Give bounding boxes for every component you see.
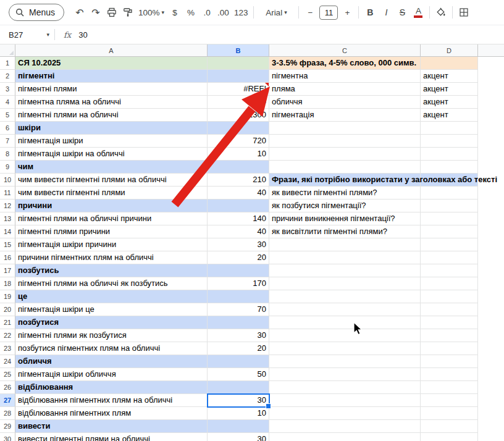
cell-B17[interactable]	[208, 264, 269, 277]
row-header-14[interactable]: 14	[0, 225, 15, 238]
cell-B21[interactable]	[208, 316, 269, 329]
cell-D26[interactable]	[421, 381, 478, 394]
cell-A22[interactable]: пігментні плями як позбутися	[15, 329, 208, 342]
cell-D2[interactable]: акцент	[421, 70, 478, 83]
row-header-26[interactable]: 26	[0, 381, 15, 394]
cell-C16[interactable]	[269, 251, 421, 264]
cell-D28[interactable]	[421, 407, 478, 420]
row-header-1[interactable]: 1	[0, 57, 15, 70]
cell-D16[interactable]	[421, 251, 478, 264]
cell-C18[interactable]	[269, 277, 421, 290]
cell-A27[interactable]: відбілювання пігментних плям на обличчі	[15, 394, 208, 407]
cell-D8[interactable]	[421, 148, 478, 161]
cell-B3[interactable]: #REF!	[208, 83, 269, 96]
cell-B27[interactable]: 30	[208, 394, 269, 407]
cell-D11[interactable]	[421, 187, 478, 200]
decrease-font-size-button[interactable]: −	[302, 4, 318, 21]
cell-A10[interactable]: чим вивести пігментні плями на обличчі	[15, 174, 208, 187]
cell-B1[interactable]	[208, 57, 269, 70]
strikethrough-button[interactable]: S	[394, 4, 410, 21]
cell-C22[interactable]	[269, 329, 421, 342]
borders-button[interactable]	[456, 4, 472, 21]
cell-D7[interactable]	[421, 135, 478, 148]
cell-C1[interactable]: 3-3.5% фраза, 4-5% слово, 000 симв.	[269, 57, 421, 70]
cell-C14[interactable]: як висвітлити пігментні плями?	[269, 225, 421, 238]
select-all-corner[interactable]	[0, 44, 15, 57]
cell-C15[interactable]	[269, 238, 421, 251]
cell-A21[interactable]: позбутися	[15, 316, 208, 329]
cell-B23[interactable]: 20	[208, 342, 269, 355]
cell-B12[interactable]	[208, 200, 269, 212]
cell-D30[interactable]	[421, 433, 478, 441]
increase-font-size-button[interactable]: +	[339, 4, 355, 21]
cell-C20[interactable]	[269, 303, 421, 316]
row-header-7[interactable]: 7	[0, 135, 15, 148]
cell-D1[interactable]	[421, 57, 478, 70]
percent-format-button[interactable]: %	[183, 4, 199, 21]
redo-button[interactable]: ↷	[88, 4, 104, 21]
cell-D22[interactable]	[421, 329, 478, 342]
cell-C3[interactable]: пляма	[269, 83, 421, 96]
cell-B10[interactable]: 210	[208, 174, 269, 187]
row-header-25[interactable]: 25	[0, 368, 15, 381]
row-header-27[interactable]: 27	[0, 394, 15, 407]
cell-D14[interactable]	[421, 225, 478, 238]
cell-A15[interactable]: пігментація шкіри причини	[15, 238, 208, 251]
cell-D25[interactable]	[421, 368, 478, 381]
cell-D29[interactable]	[421, 420, 478, 433]
cell-B9[interactable]	[208, 161, 269, 174]
cell-D18[interactable]	[421, 277, 478, 290]
cell-B2[interactable]	[208, 70, 269, 83]
cell-D3[interactable]: акцент	[421, 83, 478, 96]
cell-C6[interactable]	[269, 122, 421, 135]
name-box[interactable]: B27 ▾	[0, 30, 54, 40]
cell-B29[interactable]	[208, 420, 269, 433]
cell-C2[interactable]: пігментна	[269, 70, 421, 83]
cell-C11[interactable]: як вивести пігментні плями?	[269, 187, 421, 200]
cell-A12[interactable]: причини	[15, 200, 208, 212]
cell-B16[interactable]: 20	[208, 251, 269, 264]
cell-B5[interactable]: 1300	[208, 109, 269, 122]
cell-B8[interactable]: 10	[208, 148, 269, 161]
cell-A30[interactable]: вивести пігментні плями на обличчі	[15, 433, 208, 441]
fill-color-button[interactable]	[433, 4, 449, 21]
cell-A11[interactable]: чим вивести пігментні плями	[15, 187, 208, 200]
row-header-28[interactable]: 28	[0, 407, 15, 420]
cell-C30[interactable]	[269, 433, 421, 441]
cell-A25[interactable]: пігментація шкіри обличчя	[15, 368, 208, 381]
cell-A24[interactable]: обличчя	[15, 355, 208, 368]
column-header-A[interactable]: A	[15, 44, 208, 57]
cell-D9[interactable]	[421, 161, 478, 174]
cell-B26[interactable]	[208, 381, 269, 394]
cell-A4[interactable]: пігментна пляма на обличчі	[15, 96, 208, 109]
cell-C13[interactable]: причини виникнення пігментації?	[269, 212, 421, 225]
cell-C29[interactable]	[269, 420, 421, 433]
cell-A19[interactable]: це	[15, 290, 208, 303]
row-header-6[interactable]: 6	[0, 122, 15, 135]
cell-A9[interactable]: чим	[15, 161, 208, 174]
cell-C23[interactable]	[269, 342, 421, 355]
cell-A8[interactable]: пігментація шкіри на обличчі	[15, 148, 208, 161]
italic-button[interactable]: I	[378, 4, 394, 21]
cell-C26[interactable]	[269, 381, 421, 394]
cell-D12[interactable]	[421, 200, 478, 212]
cell-C12[interactable]: як позбутися пігментації?	[269, 200, 421, 212]
cell-D20[interactable]	[421, 303, 478, 316]
cell-D17[interactable]	[421, 264, 478, 277]
cell-A2[interactable]: пігментні	[15, 70, 208, 83]
cell-B18[interactable]: 170	[208, 277, 269, 290]
cell-C5[interactable]: пігментація	[269, 109, 421, 122]
currency-format-button[interactable]: $	[167, 4, 183, 21]
cell-A1[interactable]: СЯ 10.2025	[15, 57, 208, 70]
row-header-19[interactable]: 19	[0, 290, 15, 303]
cell-C9[interactable]	[269, 161, 421, 174]
column-header-D[interactable]: D	[421, 44, 478, 57]
cell-B25[interactable]: 50	[208, 368, 269, 381]
menus-button[interactable]: Menus	[9, 4, 64, 21]
row-header-24[interactable]: 24	[0, 355, 15, 368]
row-header-30[interactable]: 30	[0, 433, 15, 441]
cell-A3[interactable]: пігментні плями	[15, 83, 208, 96]
cell-D21[interactable]	[421, 316, 478, 329]
cell-B7[interactable]: 720	[208, 135, 269, 148]
cell-A18[interactable]: пігментні плями на обличчі як позбутись	[15, 277, 208, 290]
